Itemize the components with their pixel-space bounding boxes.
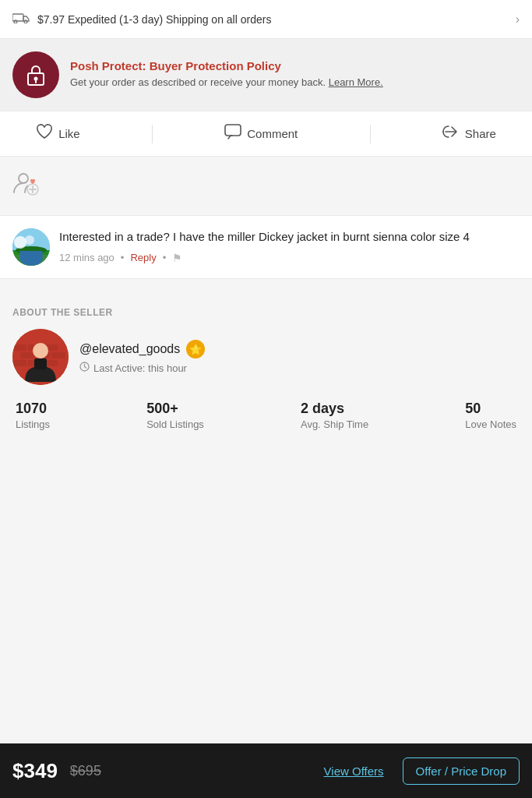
- stat-sold: 500+ Sold Listings: [146, 401, 204, 430]
- chevron-right-icon: ›: [516, 12, 520, 26]
- comment-text: Interested in a trade? I have the miller…: [59, 228, 520, 245]
- svg-point-13: [25, 235, 34, 245]
- stat-ship-number: 2 days: [301, 401, 368, 417]
- flag-icon[interactable]: ⚑: [172, 252, 182, 264]
- seller-details: @elevated_goods ⭐ Last Active: this hour: [79, 340, 520, 374]
- commenter-avatar-img: [12, 228, 50, 266]
- comment-icon: [224, 124, 241, 143]
- shipping-banner[interactable]: $7.97 Expedited (1-3 day) Shipping on al…: [0, 0, 532, 39]
- clock-icon: [79, 362, 90, 374]
- stat-listings-label: Listings: [16, 418, 50, 430]
- lock-circle: [12, 51, 59, 98]
- svg-rect-14: [12, 255, 50, 266]
- svg-rect-6: [225, 125, 241, 136]
- stat-love-number: 50: [465, 401, 516, 417]
- share-button[interactable]: Share: [442, 124, 496, 143]
- stat-listings-number: 1070: [16, 401, 50, 417]
- seller-section-title: ABOUT THE SELLER: [12, 307, 520, 318]
- seller-name-row: @elevated_goods ⭐: [79, 340, 520, 358]
- stat-sold-label: Sold Listings: [146, 418, 204, 430]
- comment-button[interactable]: Comment: [224, 124, 298, 143]
- offer-price-drop-button[interactable]: Offer / Price Drop: [403, 757, 520, 785]
- posh-protect-text: Posh Protect: Buyer Protection Policy Ge…: [70, 59, 383, 90]
- comment-body: Interested in a trade? I have the miller…: [59, 228, 520, 264]
- divider-1: [152, 125, 153, 143]
- stat-ship-label: Avg. Ship Time: [301, 418, 368, 430]
- seller-section: ABOUT THE SELLER: [0, 291, 532, 443]
- stat-ship-time: 2 days Avg. Ship Time: [301, 401, 368, 430]
- svg-rect-23: [51, 352, 65, 358]
- seller-stats: 1070 Listings 500+ Sold Listings 2 days …: [12, 401, 520, 430]
- heart-icon: [36, 124, 53, 143]
- meta-dot-1: •: [121, 252, 125, 263]
- meta-dot-2: •: [163, 252, 167, 263]
- svg-rect-21: [20, 352, 34, 358]
- svg-point-7: [19, 174, 28, 183]
- seller-active: Last Active: this hour: [79, 362, 520, 374]
- follow-icon[interactable]: [12, 171, 41, 201]
- seller-info: @elevated_goods ⭐ Last Active: this hour: [12, 329, 520, 385]
- spacer-1: [0, 279, 532, 291]
- bottom-padding: [0, 443, 532, 505]
- svg-point-1: [14, 20, 17, 23]
- action-bar: Like Comment Share: [0, 111, 532, 157]
- like-label: Like: [58, 127, 80, 140]
- bottom-bar: $349 $695 View Offers Offer / Price Drop: [0, 743, 532, 798]
- current-price: $349: [12, 759, 58, 783]
- last-active-text: Last Active: this hour: [93, 362, 187, 374]
- svg-point-12: [14, 236, 26, 249]
- svg-point-2: [24, 20, 27, 23]
- posh-protect-section: Posh Protect: Buyer Protection Policy Ge…: [0, 39, 532, 111]
- stat-listings: 1070 Listings: [16, 401, 50, 430]
- view-offers-button[interactable]: View Offers: [318, 764, 390, 778]
- truck-icon: [12, 11, 30, 27]
- svg-rect-24: [12, 360, 26, 366]
- comment-meta: 12 mins ago • Reply • ⚑: [59, 252, 520, 264]
- gray-section: [0, 157, 532, 215]
- stat-sold-number: 500+: [146, 401, 204, 417]
- comment-time: 12 mins ago: [59, 252, 115, 263]
- comment-label: Comment: [247, 127, 298, 140]
- svg-rect-18: [12, 344, 26, 351]
- share-icon: [442, 124, 460, 143]
- seller-avatar[interactable]: [12, 329, 69, 385]
- original-price: $695: [70, 763, 101, 779]
- shipping-left: $7.97 Expedited (1-3 day) Shipping on al…: [12, 11, 271, 27]
- posh-protect-title: Posh Protect: Buyer Protection Policy: [70, 59, 383, 72]
- stat-love-label: Love Notes: [465, 418, 516, 430]
- svg-point-27: [33, 343, 48, 358]
- share-label: Share: [465, 127, 496, 140]
- posh-protect-description: Get your order as described or receive y…: [70, 76, 383, 90]
- reply-link[interactable]: Reply: [130, 252, 156, 263]
- svg-rect-0: [12, 14, 23, 21]
- star-badge: ⭐: [186, 340, 205, 358]
- commenter-avatar: [12, 228, 50, 266]
- shipping-text: $7.97 Expedited (1-3 day) Shipping on al…: [37, 13, 271, 26]
- stat-love-notes: 50 Love Notes: [465, 401, 516, 430]
- lock-icon: [26, 63, 46, 87]
- like-button[interactable]: Like: [36, 124, 80, 143]
- seller-username[interactable]: @elevated_goods: [79, 342, 180, 356]
- comment-section: Interested in a trade? I have the miller…: [0, 215, 532, 279]
- svg-rect-28: [34, 358, 47, 369]
- divider-2: [370, 125, 371, 143]
- learn-more-link[interactable]: Learn More.: [329, 76, 383, 88]
